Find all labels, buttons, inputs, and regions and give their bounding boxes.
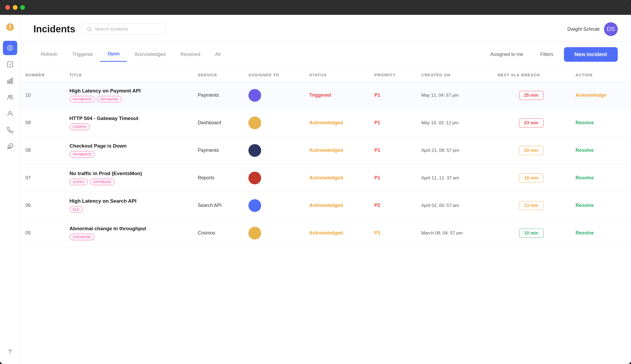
app-window: ? Incidents Search incidents Dwight Schr… (0, 0, 631, 364)
col-number: NUMBER (20, 67, 64, 82)
sidebar-item-team[interactable] (3, 90, 17, 104)
incident-status: Acknowledged (304, 192, 369, 219)
action-button[interactable]: Resolve (576, 120, 594, 125)
incident-action[interactable]: Resolve (570, 219, 631, 247)
toolbar-right: Assigned to me Filters New Incident (484, 47, 618, 62)
incident-title-cell[interactable]: HTTP 504 - Gateway TimeoutCONFIG (64, 109, 192, 137)
search-box[interactable]: Search incidents (82, 24, 166, 35)
svg-rect-8 (11, 78, 12, 83)
incident-title-cell[interactable]: No traffic in Prod (EventsMon)KAFKADATAB… (64, 164, 192, 192)
main-content: Incidents Search incidents Dwight Schrut… (20, 15, 631, 364)
sidebar-item-integrations[interactable] (3, 139, 17, 154)
action-button[interactable]: Resolve (576, 203, 594, 208)
incident-action[interactable]: Acknowledge (570, 82, 631, 109)
svg-point-3 (9, 25, 11, 26)
action-button[interactable]: Resolve (576, 230, 594, 236)
tab-all[interactable]: All (208, 47, 228, 61)
action-button[interactable]: Resolve (576, 148, 594, 153)
sidebar: ? (0, 15, 20, 364)
svg-point-4 (9, 47, 11, 48)
incident-priority: P1 (369, 109, 416, 137)
maximize-button[interactable] (20, 5, 25, 10)
incidents-tbody: 10High Latency on Payment APIPAYMENTSDAT… (20, 82, 631, 247)
priority-badge: P2 (374, 203, 380, 208)
action-button[interactable]: Resolve (576, 175, 594, 180)
priority-badge: P1 (374, 175, 380, 180)
tab-triggered[interactable]: Triggered (65, 47, 100, 61)
incident-service: Payments (192, 137, 243, 164)
sla-badge: 18 min (519, 174, 544, 183)
incident-title-cell[interactable]: Checkout Page is DownPAYMENTS (64, 137, 192, 164)
close-button[interactable] (5, 5, 10, 10)
incident-service: Dashboard (192, 109, 243, 137)
minimize-button[interactable] (13, 5, 17, 10)
svg-rect-6 (7, 81, 8, 83)
priority-badge: P3 (374, 230, 380, 236)
header-right: Dwight Schrute DS (567, 22, 618, 36)
col-assigned: ASSIGNED TO (243, 67, 304, 82)
incident-action[interactable]: Resolve (570, 137, 631, 164)
filters-link[interactable]: Filters (534, 48, 560, 61)
incident-created: April 02, 00: 57 am (416, 192, 492, 219)
incident-assigned (243, 109, 304, 137)
incident-assigned (243, 137, 304, 164)
titlebar (0, 0, 631, 15)
header: Incidents Search incidents Dwight Schrut… (20, 15, 631, 42)
incident-action[interactable]: Resolve (570, 109, 631, 137)
refresh-button[interactable]: Refresh (33, 47, 65, 61)
incident-priority: P3 (369, 219, 416, 247)
user-avatar[interactable]: DS (604, 22, 618, 36)
incident-assigned (243, 219, 304, 247)
tag-database: DATABASE (97, 96, 122, 103)
incident-title-cell[interactable]: High Latency on Search APIELK (64, 192, 192, 219)
avatar (248, 227, 261, 239)
tag-payments: PAYMENTS (69, 151, 95, 158)
sidebar-item-incidents[interactable] (3, 41, 17, 55)
incident-assigned (243, 82, 304, 109)
new-incident-button[interactable]: New Incident (564, 47, 618, 62)
user-name: Dwight Schrute (567, 26, 600, 32)
incident-status: Triggered (304, 82, 369, 109)
incident-priority: P1 (369, 164, 416, 192)
status-badge: Acknowledged (309, 120, 343, 125)
incident-service: Cosmos (192, 219, 243, 247)
priority-badge: P1 (374, 148, 380, 153)
incident-service: Payments (192, 82, 243, 109)
sidebar-item-tasks[interactable] (3, 57, 17, 72)
col-status: STATUS (304, 67, 369, 82)
avatar (248, 199, 261, 212)
assigned-to-me-link[interactable]: Assigned to me (484, 48, 530, 61)
tab-open[interactable]: Open (100, 47, 127, 62)
incident-action[interactable]: Resolve (570, 192, 631, 219)
tab-resolved[interactable]: Resolved (173, 47, 208, 61)
sla-badge: 20 min (519, 146, 544, 155)
status-badge: Triggered (309, 92, 331, 98)
svg-point-11 (9, 111, 11, 114)
sidebar-item-profile[interactable] (3, 106, 17, 121)
svg-rect-7 (9, 79, 10, 83)
incident-title-cell[interactable]: Abnormal change in throughputDATABASE (64, 219, 192, 247)
action-button[interactable]: Acknowledge (576, 92, 606, 98)
sidebar-item-help[interactable]: ? (3, 344, 17, 359)
status-badge: Acknowledged (309, 175, 343, 180)
sla-badge: 23 min (519, 118, 544, 127)
sidebar-item-phone[interactable] (3, 123, 17, 137)
incident-sla: 25 min (492, 82, 570, 109)
incident-service: Search API (192, 192, 243, 219)
avatar (248, 117, 261, 129)
table-row: 08Checkout Page is DownPAYMENTSPaymentsA… (20, 137, 631, 164)
tab-acknowledged[interactable]: Acknowledged (127, 47, 173, 61)
incident-status: Acknowledged (304, 137, 369, 164)
col-service: SERVICE (192, 67, 243, 82)
incident-title: High Latency on Search API (69, 198, 187, 204)
status-badge: Acknowledged (309, 230, 343, 236)
incident-number: 07 (20, 164, 64, 192)
incident-created: March 08, 04: 57 pm (416, 219, 492, 247)
status-badge: Acknowledged (309, 203, 343, 208)
incident-action[interactable]: Resolve (570, 164, 631, 192)
sla-badge: 25 min (519, 91, 544, 100)
sidebar-item-analytics[interactable] (3, 74, 17, 88)
incident-sla: 18 min (492, 164, 570, 192)
incident-title-cell[interactable]: High Latency on Payment APIPAYMENTSDATAB… (64, 82, 192, 109)
incident-service: Reports (192, 164, 243, 192)
